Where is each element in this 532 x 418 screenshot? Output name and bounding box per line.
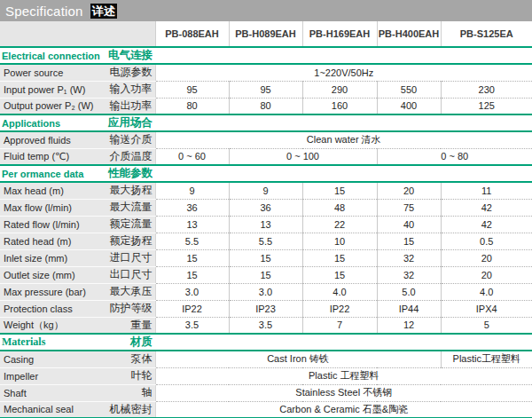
spec-value: 75: [377, 199, 441, 216]
row-label-zh: 额定扬程: [98, 233, 155, 249]
spec-value: Stainless Steel 不锈钢: [155, 384, 532, 401]
page-title: Specification: [5, 4, 83, 19]
spec-value: 12: [377, 317, 441, 334]
row-label-zh: 泵体: [98, 351, 155, 367]
row-label-en: Approved fluids: [0, 131, 98, 148]
page-title-zh: 详述: [90, 4, 117, 19]
table-row-power-source: Power source 电源参数 1~220V/50Hz: [0, 64, 532, 81]
table-row-mechanical-seal: Mechanical seal 机械密封 Carbon & Ceramic 石墨…: [0, 401, 532, 418]
table-row-input-power: Input power P₁ (W) 输入功率 95 95 290 550 23…: [0, 81, 532, 98]
row-label-zh: 防护等级: [98, 300, 155, 317]
table-row-inlet-size: Inlet size (mm) 进口尺寸 15 15 15 32 20: [0, 249, 532, 266]
section-header-materials: Materials材质: [0, 334, 532, 351]
row-label-en: Fluid temp (℃): [0, 148, 98, 165]
table-row-weight: Weight（kg） 重量 3.5 3.5 7 12 5: [0, 317, 532, 334]
section-header-performance-data: Per ormance data性能参数: [0, 165, 532, 182]
row-label-zh: 最大扬程: [98, 182, 155, 199]
row-label-en: Max pressure (bar): [0, 283, 98, 300]
row-label-en: Power source: [0, 64, 98, 81]
row-label-zh: 重量: [98, 317, 155, 334]
spec-value: 15: [302, 182, 377, 199]
table-row-fluid-temp: Fluid temp (℃) 介质温度 0 ~ 60 0 ~ 100 0 ~ 8…: [0, 148, 532, 165]
model-column-header: PB-H400EAH: [377, 21, 441, 47]
model-column-header: PB-S125EA: [441, 21, 532, 47]
model-column-header: PB-H089EAH: [229, 21, 302, 47]
table-row-max-pressure: Max pressure (bar) 最大承压 3.0 3.0 4.0 5.0 …: [0, 283, 532, 300]
spec-value: 40: [377, 216, 441, 233]
table-row-impeller: Impeller 叶轮 Plastic 工程塑料: [0, 367, 532, 384]
section-title-zh: 应用场合: [108, 115, 155, 130]
table-row-output-power: Output power P₂ (W) 输出功率 80 80 160 400 1…: [0, 98, 532, 114]
section-header-spacer: [155, 114, 532, 131]
spec-value: 3.0: [229, 283, 302, 300]
spec-value: 5: [441, 317, 532, 334]
section-header-spacer: [155, 334, 532, 351]
model-column-header: PB-088EAH: [155, 21, 229, 47]
row-label-en: Outlet size (mm): [0, 266, 98, 283]
section-title-en: Per ormance data: [0, 169, 83, 179]
spec-value: 13: [155, 216, 229, 233]
table-row-rated-head: Rated head (m) 额定扬程 5.5 5.5 10 15 0.5: [0, 233, 532, 249]
spec-value: 9: [155, 182, 229, 199]
spec-value: IP22: [155, 300, 229, 317]
spec-value: 3.0: [155, 283, 229, 300]
row-label-zh: 轴: [98, 384, 155, 401]
spec-value: 5.0: [377, 283, 441, 300]
spec-value: 36: [229, 199, 302, 216]
spec-value: 400: [377, 98, 441, 114]
spec-value: 3.5: [229, 317, 302, 334]
spec-value: Carbon & Ceramic 石墨&陶瓷: [155, 401, 532, 418]
spec-value: 32: [377, 266, 441, 283]
spec-value: 15: [229, 266, 302, 283]
spec-value: 0 ~ 100: [229, 148, 377, 165]
spec-value: 9: [229, 182, 302, 199]
spec-value: 48: [302, 199, 377, 216]
spec-value: IP44: [377, 300, 441, 317]
spec-value: 20: [377, 182, 441, 199]
section-title-en: Electrical connection: [0, 51, 100, 61]
section-header-spacer: [155, 47, 532, 64]
row-label-en: Casing: [0, 351, 98, 367]
section-header-applications: Applications应用场合: [0, 114, 532, 131]
spec-value: 3.5: [155, 317, 229, 334]
spec-value: 13: [229, 216, 302, 233]
section-header-spacer: [155, 165, 532, 182]
spec-value: 20: [441, 249, 532, 266]
row-label-zh: 电源参数: [98, 64, 155, 81]
spec-value: 15: [302, 266, 377, 283]
row-label-zh: 输入功率: [98, 81, 155, 98]
table-row-max-flow: Max flow (l/min) 最大流量 36 36 48 75 42: [0, 199, 532, 216]
spec-value: IP22: [302, 300, 377, 317]
section-title-zh: 电气连接: [108, 48, 155, 63]
row-label-zh: 进口尺寸: [98, 249, 155, 266]
spec-value: 1~220V/50Hz: [155, 64, 532, 81]
model-header-row: PB-088EAH PB-H089EAH PB-H169EAH PB-H400E…: [0, 21, 532, 47]
spec-value: 160: [302, 98, 377, 114]
spec-value: 15: [302, 249, 377, 266]
table-row-protection-class: Protection class 防护等级 IP22 IP23 IP22 IP4…: [0, 300, 532, 317]
spec-value: 32: [377, 249, 441, 266]
table-row-shaft: Shaft 轴 Stainless Steel 不锈钢: [0, 384, 532, 401]
spec-value: 42: [441, 199, 532, 216]
spec-value: 80: [229, 98, 302, 114]
title-bar: Specification 详述: [0, 0, 532, 21]
row-label-zh: 出口尺寸: [98, 266, 155, 283]
section-title-en: Materials: [0, 335, 45, 349]
spec-value: 36: [155, 199, 229, 216]
row-label-zh: 机械密封: [98, 401, 155, 418]
spec-value: 230: [441, 81, 532, 98]
row-label-en: Impeller: [0, 367, 98, 384]
row-label-zh: 输出功率: [98, 98, 155, 114]
row-label-zh: 最大承压: [98, 283, 155, 300]
spec-value: 5.5: [229, 233, 302, 249]
spec-value: IP23: [229, 300, 302, 317]
spec-value: 0 ~ 80: [377, 148, 532, 165]
spec-value: 0.5: [441, 233, 532, 249]
row-label-en: Weight（kg）: [0, 317, 98, 334]
table-row-rated-flow: Rated flow (l/min) 额定流量 13 13 22 40 42: [0, 216, 532, 233]
spec-value: 15: [377, 233, 441, 249]
section-title-en: Applications: [0, 118, 60, 129]
spec-table: PB-088EAH PB-H089EAH PB-H169EAH PB-H400E…: [0, 21, 532, 418]
row-label-zh: 最大流量: [98, 199, 155, 216]
spec-value: 7: [302, 317, 377, 334]
